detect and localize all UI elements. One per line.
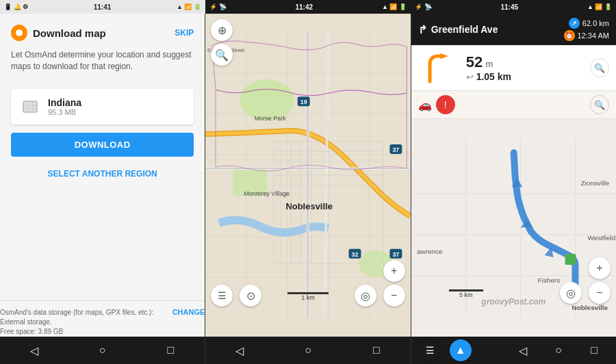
nav-home-3[interactable]: ○ [545, 337, 572, 364]
nav-zoom-in[interactable]: + [589, 257, 611, 279]
change-button[interactable]: CHANGE [172, 308, 205, 316]
distance-icon: ↗ [569, 18, 580, 29]
nav-recents-1[interactable]: □ [157, 337, 184, 364]
status-icons-right1: ▲ 📶 🔋 [177, 3, 201, 10]
direction-button-container: ⊙ [240, 285, 261, 307]
svg-text:Noblesville: Noblesville [286, 201, 333, 211]
svg-text:Westfield: Westfield [587, 234, 615, 242]
nav-map-svg: Zionsville Westfield Fishers Noblesville… [411, 119, 616, 337]
svg-text:Monterey Village: Monterey Village [244, 190, 290, 197]
nav-stats: ↗ 62.0 km ⏰ 12:34 AM [564, 18, 609, 41]
status-icons-left3: ⚡ 📡 [415, 3, 432, 10]
car-icon: 🚗 [418, 99, 432, 112]
map-controls-topleft: ⊕ 🔍 [211, 19, 233, 66]
panel-description: Let OsmAnd determine your location and s… [11, 49, 194, 73]
status-icons-right3: ▲ 📶 🔋 [587, 3, 612, 10]
nav-back-2[interactable]: ◁ [226, 337, 253, 364]
select-region-button[interactable]: SELECT ANOTHER REGION [11, 165, 194, 183]
svg-text:Morse Park: Morse Park [255, 115, 286, 122]
direction-button[interactable]: ⊙ [240, 285, 261, 307]
map-card-icon [21, 97, 40, 116]
nav-location-btn[interactable]: ▲ [450, 339, 472, 361]
route-info-bar: 🚗 ! 🔍 [411, 91, 616, 119]
svg-text:Fishers: Fishers [537, 276, 560, 284]
nav-compass[interactable]: ◎ [560, 282, 582, 304]
nav-recents-2[interactable]: □ [363, 337, 390, 364]
maneuver-search-button[interactable]: 🔍 [590, 58, 609, 77]
svg-marker-36 [440, 53, 448, 59]
street-name-text: Greenfield Ave [431, 24, 498, 35]
nav-back-3[interactable]: ◁ [509, 337, 537, 364]
time-value: 12:34 AM [578, 31, 609, 40]
map-background: 19 37 32 37 Noblesville Morse Park Monte… [205, 14, 410, 337]
maneuver-distance: 52 [466, 53, 483, 70]
nav-bar-3: ☰ ▲ ◁ ○ □ [411, 337, 616, 364]
nav-home-1[interactable]: ○ [89, 337, 116, 364]
status-bar-panel3: ⚡ 📡 11:45 ▲ 📶 🔋 [411, 0, 616, 14]
osmand-logo [11, 25, 27, 41]
maneuver-info: 52 m ↩ 1.05 km [466, 53, 583, 82]
nav-zoom-controls: + − [589, 257, 611, 304]
nav-header: ↱ Greenfield Ave ↗ 62.0 km ⏰ 12:34 AM [411, 14, 616, 45]
svg-text:37: 37 [393, 146, 400, 153]
distance-value: 62.0 km [582, 19, 609, 27]
zoom-out-button[interactable]: − [383, 285, 405, 307]
svg-text:37: 37 [393, 251, 400, 258]
status-bar: 📱 🔔 ⚙ 11:41 ▲ 📶 🔋 ⚡ 📡 11:42 ▲ 📶 🔋 ⚡ 📡 11… [0, 0, 616, 14]
skip-button[interactable]: SKIP [175, 28, 194, 38]
location-button[interactable]: ◎ [355, 285, 376, 307]
maneuver-panel: 52 m ↩ 1.05 km 🔍 [411, 45, 616, 91]
time-3: 11:45 [501, 3, 519, 11]
search-button[interactable]: 🔍 [211, 44, 233, 66]
nav-home-2[interactable]: ○ [294, 337, 322, 364]
compass-button[interactable]: ⊕ [211, 19, 233, 41]
navigation-panel: ↱ Greenfield Ave ↗ 62.0 km ⏰ 12:34 AM [411, 14, 616, 364]
map-card: Indiana 95.3 MB [11, 89, 194, 125]
status-icons-left2: ⚡ 📡 [209, 3, 227, 10]
nav-compass-container: ◎ [560, 282, 582, 304]
route-action-button[interactable]: ! [436, 95, 455, 114]
total-distance: 1.05 km [476, 71, 511, 82]
nav-zoom-out[interactable]: − [589, 282, 611, 304]
nav-menu-button[interactable]: ☰ [420, 339, 441, 361]
location-button-container: ◎ [355, 285, 376, 307]
svg-rect-0 [23, 101, 37, 112]
street-name: ↱ Greenfield Ave [418, 23, 498, 36]
nav-back-1[interactable]: ◁ [21, 337, 48, 364]
download-button[interactable]: DOWNLOAD [11, 133, 194, 157]
maneuver-total: ↩ 1.05 km [466, 71, 583, 82]
route-search-button[interactable]: 🔍 [590, 95, 609, 114]
scale-bar: 1 km [287, 292, 329, 301]
signal-icons3: ▲ 📶 🔋 [587, 3, 612, 10]
time-2: 11:42 [296, 3, 313, 11]
map-panel: 19 37 32 37 Noblesville Morse Park Monte… [205, 14, 411, 364]
osmand-logo-inner [16, 29, 23, 36]
notification-icons: 📱 🔔 ⚙ [4, 3, 28, 10]
download-map-content: Download map SKIP Let OsmAnd determine y… [0, 14, 205, 300]
time-stat: ⏰ 12:34 AM [564, 30, 609, 41]
status-icons-right2: ▲ 📶 🔋 [382, 3, 407, 10]
maneuver-unit: m [486, 59, 493, 69]
bottom-left-controls: ☰ [211, 285, 233, 307]
turn-icon: ↱ [418, 23, 427, 36]
page-title: Download map [33, 27, 106, 39]
nav-bar-2: ◁ ○ □ [205, 337, 410, 364]
nav-bar-1: ◁ ○ □ [0, 337, 205, 364]
nav-recents-3[interactable]: □ [580, 337, 608, 364]
total-icon: ↩ [466, 72, 474, 82]
footer-text: OsmAnd's data storage (for maps, GPX fil… [0, 308, 167, 337]
footer: OsmAnd's data storage (for maps, GPX fil… [0, 300, 205, 337]
svg-text:Zionsville: Zionsville [580, 179, 609, 187]
menu-button[interactable]: ☰ [211, 285, 233, 307]
download-map-header: Download map SKIP [11, 25, 194, 41]
status-bar-panel2: ⚡ 📡 11:42 ▲ 📶 🔋 [205, 0, 411, 14]
zoom-in-button[interactable]: + [383, 260, 405, 282]
maneuver-distance-row: 52 m [466, 53, 583, 71]
svg-rect-47 [565, 254, 576, 265]
download-map-panel: Download map SKIP Let OsmAnd determine y… [0, 14, 205, 364]
main-panels: Download map SKIP Let OsmAnd determine y… [0, 14, 616, 364]
nav-scale-bar: 5 km [449, 289, 483, 298]
time-icon: ⏰ [564, 30, 575, 41]
map-name: Indiana [48, 97, 184, 108]
signal-icons: ▲ 📶 🔋 [177, 3, 201, 10]
